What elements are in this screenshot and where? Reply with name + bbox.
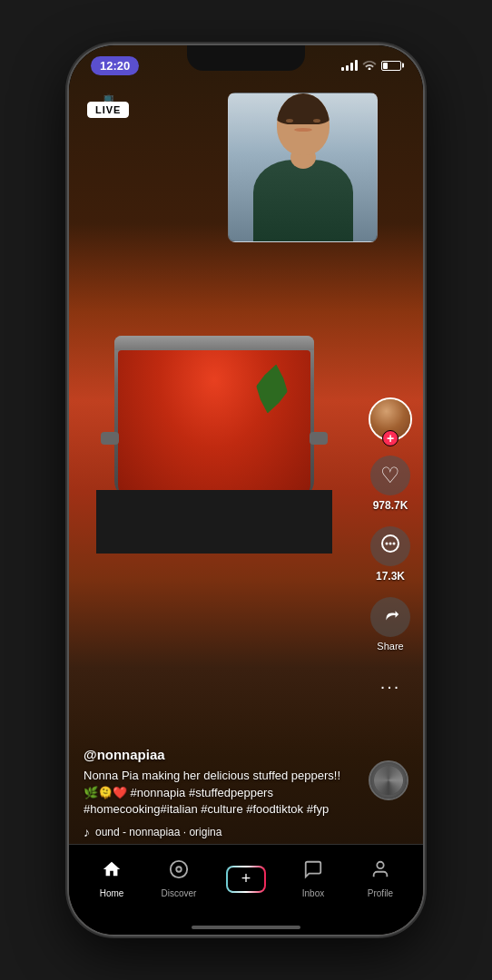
battery-icon [381, 61, 401, 71]
live-tv-icon: 📺 [103, 93, 113, 102]
status-time: 12:20 [91, 56, 139, 75]
notch [187, 45, 305, 71]
svg-point-2 [389, 543, 392, 545]
screen: 12:20 [69, 45, 423, 935]
plus-icon: + [241, 869, 251, 888]
pip-video [228, 93, 378, 242]
creator-avatar[interactable]: + [369, 397, 412, 441]
discover-label: Discover [162, 888, 197, 898]
nav-item-profile[interactable]: Profile [356, 859, 406, 898]
music-text: ound - nonnapiaa · origina [95, 826, 221, 838]
action-buttons: + ♡ 978.7K [369, 397, 412, 706]
heart-icon: ♡ [380, 463, 400, 488]
svg-point-3 [393, 543, 396, 545]
nav-item-discover[interactable]: Discover [154, 859, 204, 898]
like-count: 978.7K [373, 499, 408, 512]
like-button[interactable]: ♡ 978.7K [370, 456, 410, 512]
add-video-button[interactable]: + [226, 866, 266, 893]
bottom-nav: Home Discover + [69, 844, 423, 935]
share-icon [380, 604, 400, 630]
creator-username[interactable]: @nonnapiaa [84, 747, 355, 762]
home-indicator [192, 926, 300, 929]
profile-icon [370, 859, 390, 885]
inbox-icon [303, 859, 323, 885]
share-label: Share [377, 641, 403, 652]
home-label: Home [100, 888, 124, 898]
music-info[interactable]: ♪ ound - nonnapiaa · origina [84, 825, 355, 839]
home-icon [102, 859, 122, 885]
bottom-overlay: @nonnapiaa Nonna Pia making her deliciou… [84, 747, 355, 839]
music-disc [369, 760, 408, 800]
svg-point-1 [386, 543, 389, 545]
comment-count: 17.3K [376, 570, 405, 583]
profile-label: Profile [368, 888, 393, 898]
music-note-icon: ♪ [84, 825, 90, 839]
signal-bars-icon [341, 60, 358, 71]
status-icons [341, 58, 401, 73]
nav-item-home[interactable]: Home [87, 859, 137, 898]
more-options-button[interactable]: ··· [370, 666, 410, 706]
discover-icon [169, 859, 189, 885]
svg-point-4 [171, 861, 187, 877]
video-caption: Nonna Pia making her delicious stuffed p… [84, 768, 355, 818]
wifi-icon [362, 58, 377, 73]
live-badge: 📺 LIVE [87, 93, 129, 118]
nav-item-add[interactable]: + [221, 866, 271, 893]
nav-item-inbox[interactable]: Inbox [289, 859, 339, 898]
more-dots-icon: ··· [380, 676, 401, 697]
svg-point-5 [176, 867, 182, 872]
live-text: LIVE [87, 102, 129, 118]
follow-plus-icon[interactable]: + [382, 430, 399, 446]
share-button[interactable]: Share [370, 597, 410, 652]
comment-button[interactable]: 17.3K [370, 526, 410, 583]
inbox-label: Inbox [302, 888, 324, 898]
svg-point-6 [377, 862, 383, 868]
phone-frame: 12:20 [69, 45, 423, 935]
comment-icon [379, 533, 401, 560]
